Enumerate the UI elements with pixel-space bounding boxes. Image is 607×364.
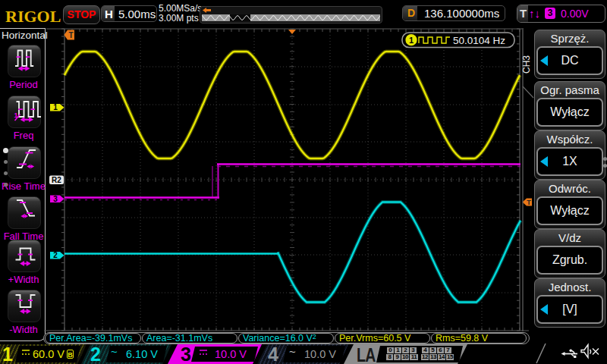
svg-text:1: 1 bbox=[53, 103, 58, 111]
svg-text:R2: R2 bbox=[52, 176, 61, 184]
svg-text:3: 3 bbox=[53, 195, 58, 203]
svg-text:T: T bbox=[68, 31, 73, 39]
svg-text:CH3: CH3 bbox=[521, 55, 532, 74]
svg-text:T: T bbox=[527, 199, 531, 206]
svg-text:2: 2 bbox=[53, 251, 58, 259]
svg-text:50.0104 Hz: 50.0104 Hz bbox=[453, 35, 505, 46]
svg-text:1: 1 bbox=[409, 36, 414, 45]
